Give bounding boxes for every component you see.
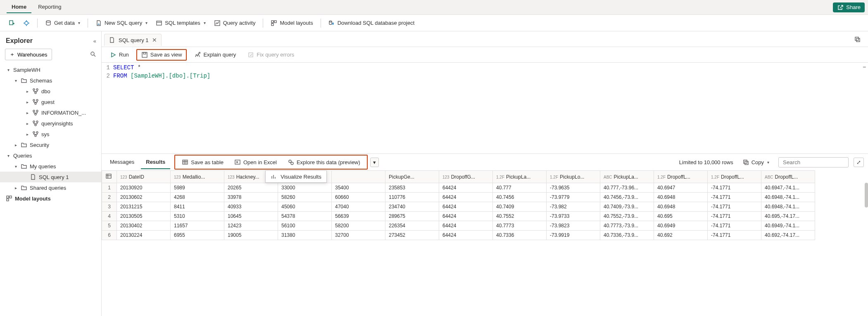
data-cell[interactable]: 12423: [224, 221, 278, 231]
tree-node-my-queries[interactable]: ▾My queries: [0, 161, 101, 172]
settings-refresh-button[interactable]: [20, 18, 33, 28]
data-cell[interactable]: 5989: [171, 183, 224, 193]
search-explorer-button[interactable]: [90, 51, 96, 59]
tree-node-model-layouts[interactable]: Model layouts: [0, 193, 101, 204]
sql-templates-button[interactable]: SQL templates▾: [152, 18, 209, 28]
data-cell[interactable]: -73.9779: [547, 193, 600, 202]
expand-results-button[interactable]: ⤢: [854, 158, 864, 167]
data-cell[interactable]: -74.1771: [708, 221, 761, 231]
table-row[interactable]: 2201306024268339785826060660110776644244…: [102, 193, 815, 202]
data-cell[interactable]: 289675: [385, 212, 439, 221]
row-number-cell[interactable]: 6: [102, 231, 117, 240]
tab-messages[interactable]: Messages: [105, 156, 139, 169]
tree-node-queries[interactable]: ▾Queries: [0, 150, 101, 161]
data-cell[interactable]: 273452: [385, 231, 439, 240]
data-cell[interactable]: 20130402: [117, 221, 171, 231]
data-cell[interactable]: 40.6948,-74.1...: [761, 193, 815, 202]
tree-node-guest[interactable]: ▸guest: [0, 97, 101, 107]
data-cell[interactable]: 64424: [439, 212, 493, 221]
table-row[interactable]: 1201309205989202653300035400235853644244…: [102, 183, 815, 193]
data-cell[interactable]: 5310: [171, 212, 224, 221]
data-cell[interactable]: 19005: [224, 231, 278, 240]
data-cell[interactable]: 40.7773: [493, 221, 547, 231]
data-cell[interactable]: -74.1771: [708, 183, 761, 193]
tree-node-sys[interactable]: ▸sys: [0, 129, 101, 139]
table-row[interactable]: 3201312158411409334506047040234740644244…: [102, 202, 815, 212]
data-cell[interactable]: 64424: [439, 183, 493, 193]
data-cell[interactable]: 40.692: [654, 231, 708, 240]
grid-scrollbar[interactable]: [865, 183, 868, 208]
data-cell[interactable]: 64424: [439, 202, 493, 212]
tree-node-schemas[interactable]: ▾Schemas: [0, 75, 101, 86]
data-cell[interactable]: 8411: [171, 202, 224, 212]
data-cell[interactable]: -73.9733: [547, 212, 600, 221]
data-cell[interactable]: 40.777,-73.96...: [600, 183, 654, 193]
data-cell[interactable]: 40.7409: [493, 202, 547, 212]
data-cell[interactable]: 40.7409,-73.9...: [600, 202, 654, 212]
data-cell[interactable]: 110776: [385, 193, 439, 202]
data-cell[interactable]: 234740: [385, 202, 439, 212]
data-cell[interactable]: 40.6947: [654, 183, 708, 193]
data-cell[interactable]: 54378: [278, 212, 332, 221]
column-header[interactable]: ABCPickupLa...: [600, 171, 654, 183]
data-cell[interactable]: 40.7773,-73.9...: [600, 221, 654, 231]
tree-node-samplewh[interactable]: ▾SampleWH: [0, 64, 101, 75]
data-cell[interactable]: -73.9919: [547, 231, 600, 240]
data-cell[interactable]: 40.7552,-73.9...: [600, 212, 654, 221]
data-cell[interactable]: 64424: [439, 193, 493, 202]
data-cell[interactable]: 47040: [332, 202, 385, 212]
data-cell[interactable]: 64424: [439, 221, 493, 231]
column-header[interactable]: 123DateID: [117, 171, 171, 183]
explain-query-button[interactable]: Explain query: [190, 50, 240, 60]
data-cell[interactable]: 235853: [385, 183, 439, 193]
data-cell[interactable]: 58200: [332, 221, 385, 231]
table-row[interactable]: 5201304021165712423561005820022635464424…: [102, 221, 815, 231]
data-cell[interactable]: 45060: [278, 202, 332, 212]
column-header[interactable]: ABCDropoffL...: [761, 171, 815, 183]
model-layouts-button[interactable]: Model layouts: [267, 18, 316, 28]
data-cell[interactable]: 40.7336: [493, 231, 547, 240]
data-cell[interactable]: -73.982: [547, 202, 600, 212]
data-cell[interactable]: 40.6949: [654, 221, 708, 231]
copy-button[interactable]: Copy▾: [738, 157, 773, 167]
data-cell[interactable]: 56100: [278, 221, 332, 231]
tree-node-queryinsights[interactable]: ▸queryinsights: [0, 118, 101, 129]
data-cell[interactable]: 40.695,-74.17...: [761, 212, 815, 221]
add-item-button[interactable]: [5, 18, 18, 28]
data-cell[interactable]: -74.1771: [708, 212, 761, 221]
data-cell[interactable]: -73.9823: [547, 221, 600, 231]
tree-node-dbo[interactable]: ▸dbo: [0, 86, 101, 97]
data-cell[interactable]: 32700: [332, 231, 385, 240]
table-row[interactable]: 6201302246955190053138032700273452644244…: [102, 231, 815, 240]
data-cell[interactable]: 58260: [278, 193, 332, 202]
data-cell[interactable]: 40.7456,-73.9...: [600, 193, 654, 202]
tree-node-security[interactable]: ▸Security: [0, 139, 101, 150]
data-cell[interactable]: 33978: [224, 193, 278, 202]
run-button[interactable]: Run: [106, 50, 133, 60]
explore-data-button[interactable]: Explore this data (preview): [283, 157, 364, 167]
tab-results[interactable]: Results: [141, 156, 170, 169]
data-cell[interactable]: -74.1771: [708, 193, 761, 202]
results-actions-dropdown[interactable]: ▾: [370, 158, 379, 167]
data-cell[interactable]: 40.7456: [493, 193, 547, 202]
new-sql-query-button[interactable]: New SQL query▾: [92, 18, 151, 28]
data-cell[interactable]: 40.6949,-74.1...: [761, 221, 815, 231]
data-cell[interactable]: 20130920: [117, 183, 171, 193]
column-header[interactable]: 123DropoffG...: [439, 171, 493, 183]
tree-node-information-schema[interactable]: ▸INFORMATION_...: [0, 107, 101, 118]
query-activity-button[interactable]: Query activity: [211, 18, 259, 28]
data-cell[interactable]: 20265: [224, 183, 278, 193]
data-cell[interactable]: 40.777: [493, 183, 547, 193]
row-number-cell[interactable]: 5: [102, 221, 117, 231]
data-cell[interactable]: -74.1771: [708, 231, 761, 240]
data-cell[interactable]: -73.9635: [547, 183, 600, 193]
column-header[interactable]: 1.2FPickupLo...: [547, 171, 600, 183]
table-row[interactable]: 4201305055310106455437856639289675644244…: [102, 212, 815, 221]
save-as-table-button[interactable]: Save as table: [178, 157, 228, 167]
data-cell[interactable]: 20131215: [117, 202, 171, 212]
data-cell[interactable]: 35400: [332, 183, 385, 193]
code-content[interactable]: SELECT * FROM [SampleWH].[dbo].[Trip]: [113, 64, 868, 149]
data-cell[interactable]: 40.695: [654, 212, 708, 221]
column-header[interactable]: [332, 171, 385, 183]
column-header[interactable]: 123Medallio...: [171, 171, 224, 183]
